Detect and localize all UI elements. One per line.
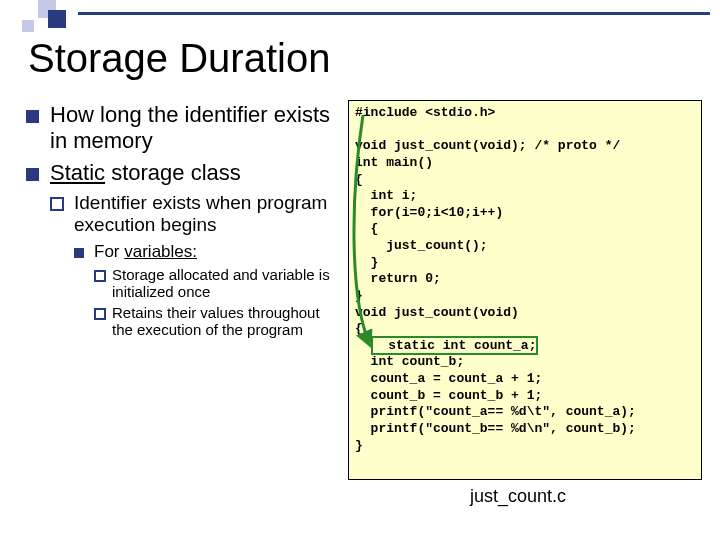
bullet-text: storage class bbox=[105, 160, 241, 185]
code-highlight: static int count_a; bbox=[371, 336, 539, 355]
bullet-emphasis: Static bbox=[50, 160, 105, 185]
code-line: void just_count(void); /* proto */ bbox=[355, 138, 620, 153]
code-caption: just_count.c bbox=[470, 486, 566, 507]
code-line: printf("count_a== %d\t", count_a); bbox=[355, 404, 636, 419]
code-line: } bbox=[355, 288, 363, 303]
code-line: #include <stdio.h> bbox=[355, 105, 495, 120]
slide-title: Storage Duration bbox=[28, 36, 330, 81]
accent-bar bbox=[0, 0, 720, 22]
code-listing: #include <stdio.h> void just_count(void)… bbox=[348, 100, 702, 480]
code-line: printf("count_b== %d\n", count_b); bbox=[355, 421, 636, 436]
code-line: for(i=0;i<10;i++) bbox=[355, 205, 503, 220]
code-line: count_a = count_a + 1; bbox=[355, 371, 542, 386]
bullet-level4: Retains their values throughout the exec… bbox=[94, 304, 344, 338]
code-line: return 0; bbox=[355, 271, 441, 286]
code-line: { bbox=[355, 221, 378, 236]
code-line: int i; bbox=[355, 188, 417, 203]
accent-square bbox=[22, 20, 34, 32]
bullet-content: How long the identifier exists in memory… bbox=[24, 102, 344, 338]
code-line: count_b = count_b + 1; bbox=[355, 388, 542, 403]
code-line: { bbox=[355, 172, 363, 187]
code-line: } bbox=[355, 255, 378, 270]
code-line: { bbox=[355, 321, 363, 336]
bullet-emphasis: variables: bbox=[124, 242, 197, 261]
accent-square bbox=[48, 10, 66, 28]
code-line: } bbox=[355, 438, 363, 453]
accent-line bbox=[78, 12, 710, 15]
bullet-level1: How long the identifier exists in memory bbox=[24, 102, 344, 154]
code-line: int main() bbox=[355, 155, 433, 170]
bullet-level2: Identifier exists when program execution… bbox=[48, 192, 344, 236]
bullet-text: For bbox=[94, 242, 124, 261]
code-line: void just_count(void) bbox=[355, 305, 519, 320]
bullet-level1: Static storage class bbox=[24, 160, 344, 186]
code-line: just_count(); bbox=[355, 238, 488, 253]
code-line: int count_b; bbox=[355, 354, 464, 369]
bullet-level4: Storage allocated and variable is initia… bbox=[94, 266, 344, 300]
bullet-level3: For variables: bbox=[72, 242, 344, 262]
